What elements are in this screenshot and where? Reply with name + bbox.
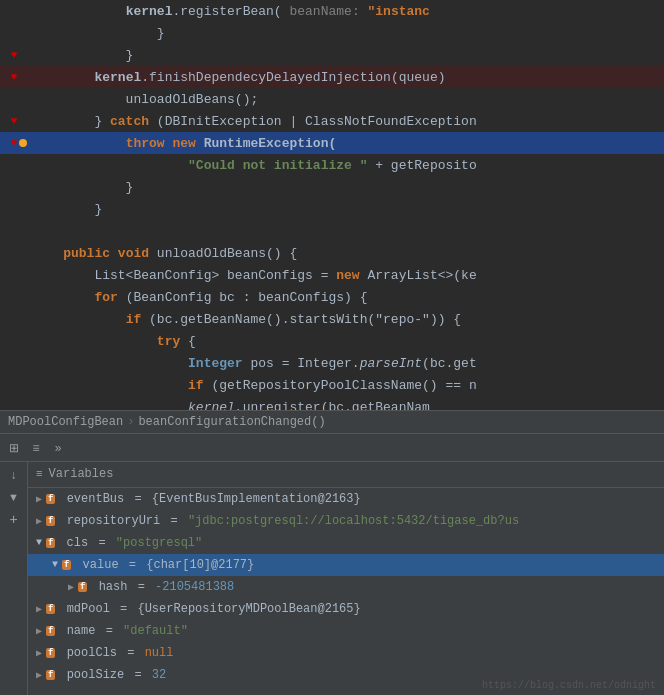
- app-container: kernel.registerBean( beanName: "instanc …: [0, 0, 664, 695]
- code-line: if (bc.getBeanName().startsWith("repo-")…: [0, 308, 664, 330]
- code-line: try {: [0, 330, 664, 352]
- gutter: ♥: [0, 44, 28, 66]
- debug-left-sidebar: ↓ ▼ +: [0, 462, 28, 695]
- gutter: [0, 0, 28, 22]
- expand-icon: ▼: [36, 537, 42, 548]
- gutter: [0, 352, 28, 374]
- gutter: [0, 308, 28, 330]
- expand-icon: ▶: [36, 493, 42, 505]
- code-content: kernel.registerBean( beanName: "instanc: [28, 4, 664, 19]
- error-icon: ♥: [11, 49, 18, 61]
- gutter: [0, 176, 28, 198]
- gutter: [0, 396, 28, 410]
- gutter: ♥: [0, 110, 28, 132]
- code-line: if (getRepositoryPoolClassName() == n: [0, 374, 664, 396]
- variables-list: ▶ f eventBus = {EventBusImplementation@2…: [28, 488, 664, 695]
- field-type-icon: f: [46, 648, 55, 658]
- breadcrumb-separator: ›: [127, 415, 134, 429]
- gutter: [0, 198, 28, 220]
- error-icon: ♥: [11, 115, 18, 127]
- field-type-icon: f: [46, 604, 55, 614]
- field-type-icon: f: [46, 516, 55, 526]
- variables-icon: ≡: [36, 468, 43, 480]
- breadcrumb-part-2: beanConfigurationChanged(): [138, 415, 325, 429]
- code-line: List<BeanConfig> beanConfigs = new Array…: [0, 264, 664, 286]
- var-row-hash[interactable]: ▶ f hash = -2105481388: [28, 576, 664, 598]
- watermark: https://blog.csdn.net/odnight: [482, 680, 656, 691]
- var-row-poolcls[interactable]: ▶ f poolCls = null: [28, 642, 664, 664]
- gutter: [0, 154, 28, 176]
- code-line: }: [0, 22, 664, 44]
- expand-icon: ▶: [68, 581, 74, 593]
- expand-icon: ▶: [36, 625, 42, 637]
- code-line: "Could not initialize " + getReposito: [0, 154, 664, 176]
- error-icon: ♥: [11, 137, 18, 149]
- layout-btn-2[interactable]: ≡: [26, 438, 46, 458]
- gutter: ♥: [0, 132, 28, 154]
- code-line: kernel.registerBean( beanName: "instanc: [0, 0, 664, 22]
- code-line: }: [0, 176, 664, 198]
- code-line: ♥ }: [0, 44, 664, 66]
- gutter: [0, 242, 28, 264]
- field-type-icon: f: [78, 582, 87, 592]
- error-icon: ♥: [11, 71, 18, 83]
- expand-icon: ▶: [36, 669, 42, 681]
- debug-filter-btn[interactable]: ▼: [5, 488, 23, 506]
- field-type-icon: f: [46, 538, 55, 548]
- code-line-highlighted: ♥ throw new RuntimeException(: [0, 132, 664, 154]
- var-row-mdpool[interactable]: ▶ f mdPool = {UserRepositoryMDPoolBean@2…: [28, 598, 664, 620]
- code-line: }: [0, 198, 664, 220]
- field-type-icon: f: [46, 670, 55, 680]
- var-row-eventbus[interactable]: ▶ f eventBus = {EventBusImplementation@2…: [28, 488, 664, 510]
- gutter: [0, 264, 28, 286]
- code-line: public void unloadOldBeans() {: [0, 242, 664, 264]
- variables-panel-container: ≡ Variables ▶ f eventBus = {EventBusImpl…: [28, 462, 664, 695]
- debug-add-btn[interactable]: +: [5, 510, 23, 528]
- gutter: [0, 374, 28, 396]
- variables-header: ≡ Variables: [28, 462, 664, 488]
- expand-icon: ▶: [36, 603, 42, 615]
- warning-dot: [19, 139, 27, 147]
- code-line: [0, 220, 664, 242]
- code-line: Integer pos = Integer.parseInt(bc.get: [0, 352, 664, 374]
- code-line: ♥ } catch (DBInitException | ClassNotFou…: [0, 110, 664, 132]
- gutter: [0, 88, 28, 110]
- gutter: [0, 22, 28, 44]
- field-type-icon: f: [62, 560, 71, 570]
- expand-icon: ▶: [36, 515, 42, 527]
- var-row-repositoryuri[interactable]: ▶ f repositoryUri = "jdbc:postgresql://l…: [28, 510, 664, 532]
- code-line: unloadOldBeans();: [0, 88, 664, 110]
- debug-step-down-btn[interactable]: ↓: [5, 466, 23, 484]
- code-line: ♥ kernel.finishDependecyDelayedInjection…: [0, 66, 664, 88]
- variables-title: Variables: [49, 467, 114, 481]
- expand-icon: ▶: [36, 647, 42, 659]
- layout-btn-3[interactable]: »: [48, 438, 68, 458]
- code-line: kernel.unregister(bc.getBeanNam: [0, 396, 664, 410]
- field-type-icon: f: [46, 494, 55, 504]
- field-type-icon: f: [46, 626, 55, 636]
- var-row-name[interactable]: ▶ f name = "default": [28, 620, 664, 642]
- code-editor: kernel.registerBean( beanName: "instanc …: [0, 0, 664, 410]
- breadcrumb: MDPoolConfigBean › beanConfigurationChan…: [0, 410, 664, 434]
- expand-icon: ▼: [52, 559, 58, 570]
- gutter: ♥: [0, 66, 28, 88]
- debug-toolbar: ⊞ ≡ »: [0, 434, 664, 462]
- var-row-value[interactable]: ▼ f value = {char[10]@2177}: [28, 554, 664, 576]
- gutter: [0, 330, 28, 352]
- layout-btn-1[interactable]: ⊞: [4, 438, 24, 458]
- var-row-cls[interactable]: ▼ f cls = "postgresql": [28, 532, 664, 554]
- debug-area: ↓ ▼ + ≡ Variables ▶ f eventBus = {EventB…: [0, 462, 664, 695]
- gutter: [0, 286, 28, 308]
- code-line: for (BeanConfig bc : beanConfigs) {: [0, 286, 664, 308]
- gutter: [0, 220, 28, 242]
- breadcrumb-part-1: MDPoolConfigBean: [8, 415, 123, 429]
